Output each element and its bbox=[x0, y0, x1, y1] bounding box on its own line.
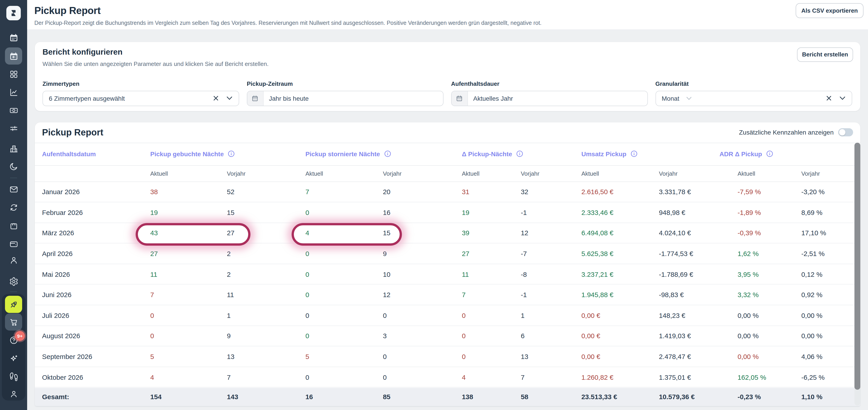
sidebar-item-filters[interactable] bbox=[5, 119, 22, 137]
row-cell: 2.616,50 € bbox=[581, 182, 659, 202]
stay-duration-input[interactable]: Aktuelles Jahr bbox=[451, 91, 648, 106]
config-card: Bericht konfigurieren Wählen Sie die unt… bbox=[35, 42, 860, 111]
row-cell: 1,62 % bbox=[738, 244, 801, 264]
row-cell: 38 bbox=[150, 182, 227, 202]
row-cell: 1.419,03 € bbox=[659, 326, 738, 346]
info-icon[interactable] bbox=[766, 150, 773, 157]
row-cell: -0,39 % bbox=[738, 223, 801, 243]
extra-metrics-toggle[interactable] bbox=[838, 128, 853, 136]
row-cell: 20 bbox=[383, 182, 462, 202]
sidebar-item-analytics[interactable] bbox=[5, 83, 22, 101]
row-cell: 0,12 % bbox=[801, 264, 860, 284]
subcolumn-label: Vorjahr bbox=[383, 165, 462, 182]
row-cell: 7 bbox=[150, 285, 227, 305]
row-cell: 16 bbox=[383, 202, 462, 223]
row-cell: 32 bbox=[521, 182, 581, 202]
row-cell: 5 bbox=[150, 347, 227, 367]
granularity-select[interactable]: Monat bbox=[655, 91, 852, 106]
sidebar-item-sync[interactable] bbox=[5, 199, 22, 216]
app-logo[interactable] bbox=[6, 6, 21, 20]
grid-icon bbox=[9, 69, 18, 79]
info-icon[interactable] bbox=[384, 150, 391, 157]
sidebar-item-settings[interactable] bbox=[5, 273, 22, 290]
sidebar-item-cart[interactable] bbox=[5, 313, 22, 331]
clear-icon[interactable] bbox=[209, 91, 223, 105]
table-row: Januar 2026 385272031322.616,50 €3.331,7… bbox=[35, 182, 860, 202]
sidebar-item-rocket[interactable] bbox=[5, 296, 22, 313]
sidebar-item-guests[interactable] bbox=[5, 251, 22, 269]
row-month: Februar 2026 bbox=[35, 202, 150, 223]
row-cell: 43 bbox=[150, 223, 227, 243]
room-types-value: 6 Zimmertypen ausgewählt bbox=[43, 95, 125, 102]
row-cell: 11 bbox=[150, 264, 227, 284]
sidebar-item-wallet[interactable] bbox=[5, 235, 22, 252]
line-chart-icon bbox=[9, 88, 18, 97]
row-cell: 4 bbox=[150, 367, 227, 387]
sidebar-divider bbox=[10, 291, 17, 292]
row-cell: 6.494,08 € bbox=[581, 223, 659, 243]
room-types-select[interactable]: 6 Zimmertypen ausgewählt bbox=[42, 91, 239, 106]
subcolumn-label: Vorjahr bbox=[227, 165, 305, 182]
row-cell: 9 bbox=[383, 244, 462, 264]
row-cell: -1,89 % bbox=[738, 202, 801, 223]
scrollbar-track[interactable] bbox=[854, 143, 860, 405]
page-header: Pickup Report Der Pickup-Report zeigt di… bbox=[27, 0, 868, 29]
row-cell: 0 bbox=[462, 347, 521, 367]
bag-icon bbox=[9, 221, 18, 231]
row-cell: 0,00 € bbox=[581, 347, 659, 367]
pickup-period-input[interactable]: Jahr bis heute bbox=[247, 91, 444, 106]
table-row: Mai 2026 11201011-83.237,21 €-1.788,69 €… bbox=[35, 264, 860, 285]
sidebar-item-account[interactable] bbox=[5, 385, 22, 402]
sidebar-item-night[interactable] bbox=[5, 158, 22, 175]
row-cell: -1 bbox=[521, 202, 581, 223]
export-csv-button[interactable]: Als CSV exportieren bbox=[796, 3, 864, 18]
row-cell: -7,59 % bbox=[738, 182, 801, 202]
row-cell: 0 bbox=[383, 367, 462, 387]
sidebar-item-modules[interactable] bbox=[5, 66, 22, 82]
row-month: September 2026 bbox=[35, 347, 150, 367]
row-cell: 2 bbox=[227, 244, 305, 264]
row-cell: 0 bbox=[305, 326, 383, 346]
help-badge: 9+ bbox=[15, 331, 25, 341]
row-month: August 2026 bbox=[35, 326, 150, 346]
clear-icon[interactable] bbox=[822, 91, 835, 105]
scrollbar-thumb[interactable] bbox=[854, 143, 860, 389]
sidebar-item-property[interactable] bbox=[5, 140, 22, 157]
create-report-button[interactable]: Bericht erstellen bbox=[797, 47, 853, 62]
row-cell: 3 bbox=[383, 326, 462, 346]
total-cell: -0,23 % bbox=[738, 388, 801, 406]
sidebar-item-assistant[interactable] bbox=[5, 350, 22, 367]
config-fields: Zimmertypen 6 Zimmertypen ausgewählt Pic… bbox=[42, 80, 852, 106]
row-cell: 12 bbox=[521, 223, 581, 243]
subcolumn-label: Vorjahr bbox=[801, 165, 860, 182]
field-room-types: Zimmertypen 6 Zimmertypen ausgewählt bbox=[42, 80, 239, 106]
sidebar-item-pickup-calendar[interactable] bbox=[5, 47, 22, 65]
row-cell: -7 bbox=[521, 244, 581, 264]
info-icon[interactable] bbox=[516, 150, 523, 157]
row-cell: 0 bbox=[150, 326, 227, 346]
row-cell: 0 bbox=[383, 347, 462, 367]
sidebar-item-calendar[interactable] bbox=[5, 29, 22, 46]
row-cell: 2.333,46 € bbox=[581, 202, 659, 223]
info-icon[interactable] bbox=[228, 150, 235, 157]
row-cell: 1.375,01 € bbox=[659, 367, 738, 387]
chevron-down-icon[interactable] bbox=[223, 91, 236, 105]
sidebar-item-tracking[interactable] bbox=[5, 368, 22, 385]
row-cell: 0 bbox=[462, 326, 521, 346]
info-icon[interactable] bbox=[630, 150, 637, 157]
sidebar-item-shop[interactable] bbox=[5, 217, 22, 234]
sidebar-item-payments[interactable] bbox=[5, 102, 22, 119]
subcolumn-label: Vorjahr bbox=[659, 165, 738, 182]
row-month: Juli 2026 bbox=[35, 305, 150, 325]
chevron-down-icon[interactable] bbox=[835, 91, 849, 105]
field-granularity: Granularität Monat bbox=[655, 80, 852, 106]
row-cell: 15 bbox=[383, 223, 462, 243]
moon-icon bbox=[9, 162, 18, 171]
row-cell: 0,00 % bbox=[738, 347, 801, 367]
row-cell: -2,51 % bbox=[801, 244, 860, 264]
toggle-knob bbox=[839, 129, 845, 135]
sidebar-item-messages[interactable] bbox=[5, 181, 22, 198]
row-cell: 17,10 % bbox=[801, 223, 860, 243]
gear-icon bbox=[9, 277, 18, 286]
calendar-prefix-icon bbox=[452, 91, 468, 105]
